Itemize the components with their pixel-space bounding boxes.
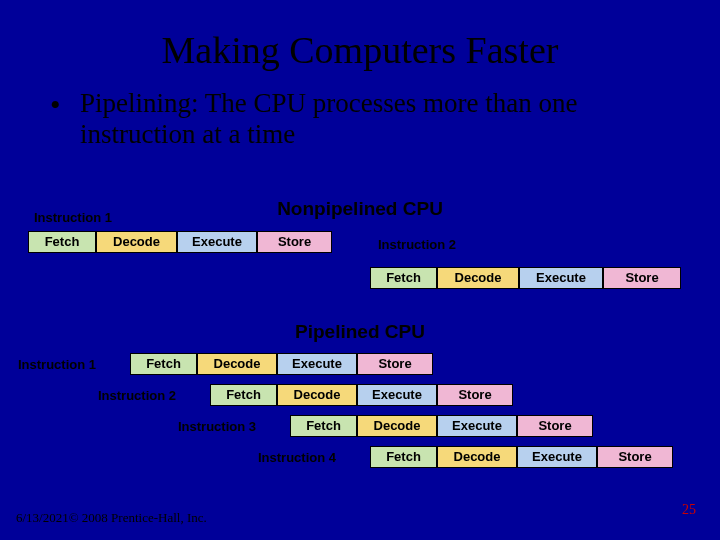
stage-execute: Execute	[357, 384, 437, 406]
stage-store: Store	[517, 415, 593, 437]
stage-decode: Decode	[197, 353, 277, 375]
pipelined-instruction-2-row: Fetch Decode Execute Store	[210, 384, 513, 406]
footer-text: 6/13/2021© 2008 Prentice-Hall, Inc.	[16, 510, 207, 526]
nonpipelined-instruction-1-row: Fetch Decode Execute Store	[28, 231, 332, 253]
pipelined-instruction-1-row: Fetch Decode Execute Store	[130, 353, 433, 375]
label-instruction-4-pipe: Instruction 4	[258, 450, 336, 465]
stage-execute: Execute	[277, 353, 357, 375]
stage-store: Store	[357, 353, 433, 375]
stage-fetch: Fetch	[370, 446, 437, 468]
stage-store: Store	[257, 231, 332, 253]
label-instruction-1-nonpipe: Instruction 1	[34, 210, 112, 225]
slide-number: 25	[682, 502, 696, 518]
stage-decode: Decode	[96, 231, 177, 253]
nonpipelined-instruction-2-row: Fetch Decode Execute Store	[370, 267, 681, 289]
stage-execute: Execute	[519, 267, 603, 289]
stage-decode: Decode	[437, 267, 519, 289]
stage-decode: Decode	[277, 384, 357, 406]
stage-fetch: Fetch	[370, 267, 437, 289]
stage-store: Store	[603, 267, 681, 289]
stage-fetch: Fetch	[28, 231, 96, 253]
stage-fetch: Fetch	[210, 384, 277, 406]
label-instruction-3-pipe: Instruction 3	[178, 419, 256, 434]
stage-execute: Execute	[177, 231, 257, 253]
stage-decode: Decode	[437, 446, 517, 468]
pipelined-instruction-3-row: Fetch Decode Execute Store	[290, 415, 593, 437]
stage-decode: Decode	[357, 415, 437, 437]
pipelined-instruction-4-row: Fetch Decode Execute Store	[370, 446, 673, 468]
label-instruction-2-nonpipe: Instruction 2	[378, 237, 456, 252]
stage-store: Store	[437, 384, 513, 406]
stage-fetch: Fetch	[130, 353, 197, 375]
bullet-text: Pipelining: The CPU processes more than …	[0, 72, 720, 150]
slide-title: Making Computers Faster	[0, 0, 720, 72]
pipelined-heading: Pipelined CPU	[0, 321, 720, 343]
stage-execute: Execute	[517, 446, 597, 468]
label-instruction-2-pipe: Instruction 2	[98, 388, 176, 403]
stage-store: Store	[597, 446, 673, 468]
stage-fetch: Fetch	[290, 415, 357, 437]
stage-execute: Execute	[437, 415, 517, 437]
label-instruction-1-pipe: Instruction 1	[18, 357, 96, 372]
